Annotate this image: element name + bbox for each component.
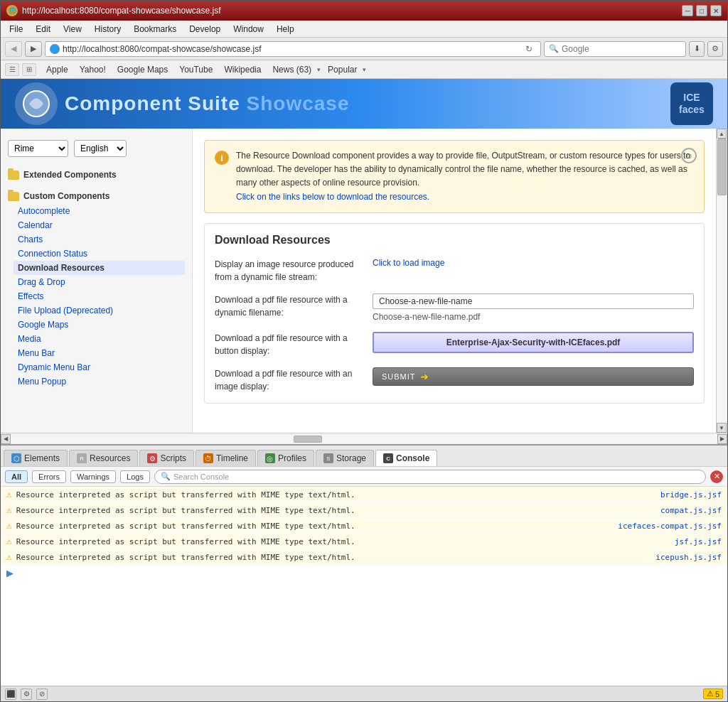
tab-storage[interactable]: S Storage (316, 450, 374, 466)
resources-tab-icon: R (77, 453, 87, 463)
info-icon: i (215, 151, 229, 165)
download-icon[interactable]: ⬇ (689, 41, 705, 57)
warning-link-5[interactable]: icepush.js.jsf (655, 553, 722, 562)
resource-row-image: Display an image resource produced from … (215, 258, 694, 284)
top-sites-icon[interactable]: ⊞ (22, 63, 36, 76)
status-console-icon[interactable]: ⬛ (5, 688, 16, 700)
menu-help[interactable]: Help (271, 23, 300, 36)
console-prompt[interactable]: ▶ (1, 565, 727, 581)
nav-media[interactable]: Media (14, 332, 185, 346)
menu-file[interactable]: File (4, 23, 28, 36)
address-bar[interactable]: 🌐 ↻ (45, 41, 541, 57)
tab-elements[interactable]: ⬡ Elements (4, 450, 68, 466)
settings-icon[interactable]: ⚙ (707, 41, 723, 57)
refresh-button[interactable]: ↻ (522, 42, 536, 56)
h-scroll-thumb[interactable] (294, 436, 322, 443)
nav-file-upload[interactable]: File Upload (Deprecated) (14, 303, 185, 318)
menu-edit[interactable]: Edit (30, 23, 56, 36)
filter-warnings[interactable]: Warnings (70, 470, 116, 483)
bookmark-youtube[interactable]: YouTube (175, 63, 217, 76)
menu-history[interactable]: History (89, 23, 127, 36)
scroll-down-button[interactable]: ▼ (717, 423, 727, 433)
nav-calendar[interactable]: Calendar (14, 218, 185, 232)
nav-connection-status[interactable]: Connection Status (14, 247, 185, 261)
search-bar[interactable]: 🔍 (544, 41, 686, 57)
news-dropdown-icon[interactable]: ▾ (317, 66, 321, 73)
language-select[interactable]: English French German (74, 140, 127, 157)
nav-effects[interactable]: Effects (14, 289, 185, 303)
submit-button[interactable]: SUBMIT ➜ (373, 367, 694, 386)
scroll-track[interactable] (717, 139, 727, 423)
bookmark-apple[interactable]: Apple (42, 63, 73, 76)
forward-button[interactable]: ▶ (25, 41, 42, 57)
click-to-load-link[interactable]: Click to load image (373, 258, 694, 268)
filter-errors[interactable]: Errors (32, 470, 66, 483)
minimize-button[interactable]: ─ (682, 5, 693, 16)
info-box: i The Resource Download component provid… (204, 140, 705, 213)
extended-section: Extended Components (1, 164, 192, 185)
status-script-icon[interactable]: ⚙ (21, 688, 32, 700)
prompt-arrow-icon: ▶ (6, 568, 14, 578)
menu-window[interactable]: Window (228, 23, 269, 36)
filter-all[interactable]: All (5, 470, 28, 483)
nav-google-maps[interactable]: Google Maps (14, 318, 185, 332)
menu-view[interactable]: View (58, 23, 87, 36)
warning-link-4[interactable]: jsf.js.jsf (675, 537, 722, 546)
nav-menu-popup[interactable]: Menu Popup (14, 374, 185, 389)
custom-components-header[interactable]: Custom Components (8, 188, 185, 204)
h-scroll-track[interactable] (11, 435, 717, 443)
browser-content: Component Suite Showcase ICEfaces Rime M… (1, 79, 727, 686)
search-input[interactable] (562, 44, 681, 54)
tab-timeline[interactable]: ⏱ Timeline (196, 450, 256, 466)
tab-profiles[interactable]: ◎ Profiles (257, 450, 314, 466)
tab-scripts[interactable]: ⚙ Scripts (139, 450, 194, 466)
nav-download-resources[interactable]: Download Resources (14, 261, 185, 275)
pdf-download-button[interactable]: Enterprise-Ajax-Security-with-ICEfaces.p… (373, 332, 694, 353)
bookmark-wikipedia[interactable]: Wikipedia (220, 63, 265, 76)
nav-drag-drop[interactable]: Drag & Drop (14, 275, 185, 289)
filter-logs[interactable]: Logs (120, 470, 150, 483)
status-stop-icon[interactable]: ⊘ (36, 688, 48, 700)
scroll-up-button[interactable]: ▲ (717, 129, 727, 139)
devtools-close-button[interactable]: ✕ (710, 470, 723, 483)
nav-charts[interactable]: Charts (14, 232, 185, 247)
back-button[interactable]: ◀ (5, 41, 22, 57)
h-scroll-right-button[interactable]: ▶ (717, 434, 727, 444)
devtools-content: ⚠ Resource interpreted as script but tra… (1, 487, 727, 686)
warning-link-1[interactable]: bridge.js.jsf (660, 490, 722, 500)
address-input[interactable] (63, 44, 519, 54)
scroll-thumb[interactable] (717, 139, 727, 195)
theme-select[interactable]: Rime Midnight Lightwave (8, 140, 68, 157)
popular-dropdown-icon[interactable]: ▾ (363, 66, 366, 73)
bookmark-yahoo[interactable]: Yahoo! (75, 63, 110, 76)
bookmark-popular-label[interactable]: Popular (323, 63, 361, 76)
tab-console[interactable]: C Console (375, 450, 437, 466)
menu-bookmarks[interactable]: Bookmarks (128, 23, 182, 36)
title-bar: 🌐 http://localhost:8080/compat-showcase/… (1, 1, 727, 21)
warning-link-3[interactable]: icefaces-compat.js.jsf (618, 522, 722, 531)
close-button[interactable]: ✕ (710, 5, 722, 16)
right-scrollbar[interactable]: ▲ ▼ (716, 129, 727, 433)
bookmark-popular[interactable]: Popular ▾ (323, 63, 366, 76)
bookmarks-list-icon[interactable]: ☰ (5, 63, 19, 76)
bookmark-news[interactable]: News (63) ▾ (268, 63, 321, 76)
info-link[interactable]: Click on the links below to download the… (236, 192, 429, 202)
tab-resources[interactable]: R Resources (69, 450, 138, 466)
nav-menu-bar[interactable]: Menu Bar (14, 346, 185, 360)
file-input-dynamic[interactable]: Choose-a-new-file-name (373, 293, 694, 309)
bookmark-googlemaps[interactable]: Google Maps (113, 63, 172, 76)
devtools-search-bar[interactable]: 🔍 Search Console (154, 470, 706, 484)
maximize-button[interactable]: □ (696, 5, 707, 16)
menu-develop[interactable]: Develop (183, 23, 226, 36)
profiles-tab-label: Profiles (278, 453, 306, 463)
main-panel: i The Resource Download component provid… (193, 129, 716, 433)
bookmark-news-label[interactable]: News (63) (268, 63, 316, 76)
warning-row-3: ⚠ Resource interpreted as script but tra… (1, 518, 727, 534)
warning-link-2[interactable]: compat.js.jsf (660, 506, 722, 515)
nav-dynamic-menu-bar[interactable]: Dynamic Menu Bar (14, 360, 185, 374)
extended-components-header[interactable]: Extended Components (8, 167, 185, 183)
horizontal-scrollbar[interactable]: ◀ ▶ (1, 433, 727, 444)
info-settings-icon[interactable]: ⊙ (681, 148, 697, 163)
nav-autocomplete[interactable]: Autocomplete (14, 204, 185, 218)
h-scroll-left-button[interactable]: ◀ (1, 434, 11, 444)
